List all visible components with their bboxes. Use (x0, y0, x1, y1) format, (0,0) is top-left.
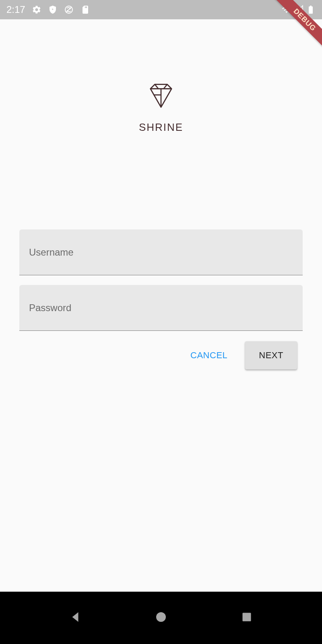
nav-back-button[interactable] (68, 610, 83, 626)
android-nav-bar (0, 592, 322, 644)
svg-point-7 (156, 612, 166, 622)
app-title: SHRINE (139, 121, 183, 134)
shield-icon (48, 5, 58, 14)
nav-recent-button[interactable] (239, 610, 254, 626)
back-icon (68, 610, 83, 624)
recent-icon (239, 610, 254, 624)
battery-icon (306, 5, 316, 14)
button-bar: CANCEL NEXT (19, 341, 303, 369)
android-status-bar: 2:17 (0, 0, 322, 19)
gear-icon (32, 5, 41, 14)
svg-rect-8 (243, 613, 251, 621)
nav-home-button[interactable] (154, 610, 168, 626)
sd-card-icon (80, 5, 90, 14)
status-left-group: 2:17 (6, 4, 90, 15)
password-field[interactable] (19, 285, 303, 331)
status-time: 2:17 (6, 4, 25, 15)
login-form: CANCEL NEXT (19, 229, 303, 369)
login-screen: SHRINE CANCEL NEXT (0, 19, 322, 592)
diamond-icon (147, 82, 175, 110)
no-sync-icon (64, 5, 74, 14)
next-button[interactable]: NEXT (245, 341, 297, 369)
cancel-button[interactable]: CANCEL (186, 344, 232, 367)
logo-section: SHRINE (19, 82, 303, 134)
username-field[interactable] (19, 229, 303, 275)
home-icon (154, 610, 168, 624)
